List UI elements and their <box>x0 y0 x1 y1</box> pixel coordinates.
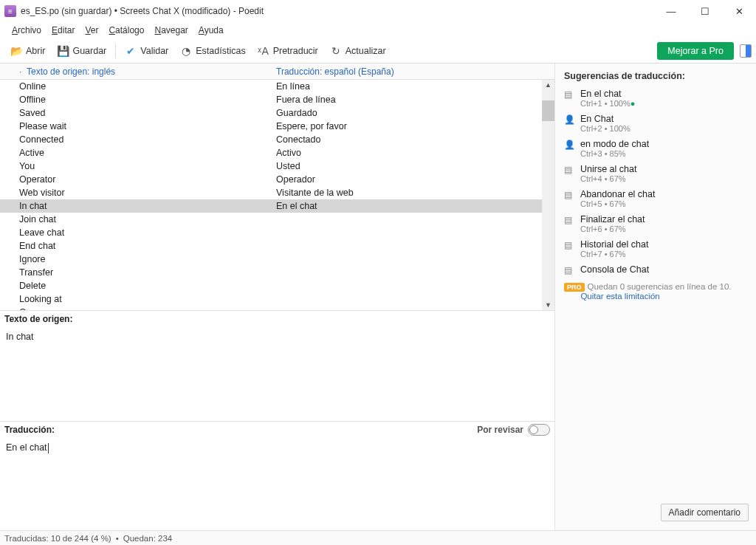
suggestion-meta: Ctrl+3 • 85% <box>580 149 747 158</box>
stats-button[interactable]: ◔ Estadísticas <box>174 42 251 60</box>
row-source: Leave chat <box>0 227 273 238</box>
menu-help[interactable]: Ayuda <box>194 24 228 37</box>
suggestion-item[interactable]: 👤en modo de chatCtrl+3 • 85% <box>560 136 752 161</box>
suggestion-meta: Ctrl+5 • 67% <box>580 199 747 208</box>
validate-button[interactable]: ✔ Validar <box>119 42 174 60</box>
row-source: Delete <box>0 281 273 291</box>
update-label: Actualizar <box>346 46 386 56</box>
suggestion-item[interactable]: ▤Consola de ChatCtrl+8 • 67% <box>560 261 752 276</box>
table-row[interactable]: Transfer <box>0 266 554 279</box>
menu-view[interactable]: Ver <box>80 24 103 37</box>
suggestion-item[interactable]: ▤Historial del chatCtrl+7 • 67% <box>560 236 752 261</box>
table-row[interactable]: Ignore <box>0 253 554 266</box>
table-row[interactable]: YouUsted <box>0 160 554 173</box>
row-source: Ignore <box>0 254 273 264</box>
suggestion-meta: Ctrl+6 • 67% <box>580 224 747 233</box>
suggestion-meta: Ctrl+2 • 100% <box>580 124 747 133</box>
table-row[interactable]: Looking at <box>0 292 554 306</box>
status-remaining: Quedan: 234 <box>123 534 173 543</box>
suggestions-sidebar: Sugerencias de traducción: ▤En el chatCt… <box>555 64 756 530</box>
menu-navigate[interactable]: Navegar <box>150 24 192 37</box>
scroll-thumb[interactable] <box>542 100 554 121</box>
close-button[interactable]: ✕ <box>722 0 756 22</box>
scroll-down-icon[interactable]: ▼ <box>545 300 551 310</box>
save-button[interactable]: 💾 Guardar <box>51 42 112 60</box>
needs-review-label: Por revisar <box>477 425 523 435</box>
suggestion-label: Unirse al chat <box>580 164 747 174</box>
suggestion-label: En Chat <box>580 114 747 124</box>
add-comment-button[interactable]: Añadir comentario <box>661 504 749 521</box>
doc-icon: ▤ <box>564 240 574 250</box>
suggestion-item[interactable]: ▤Unirse al chatCtrl+4 • 67% <box>560 161 752 186</box>
toolbar: 📂 Abrir 💾 Guardar ✔ Validar ◔ Estadístic… <box>0 38 756 64</box>
row-target: Visitante de la web <box>273 188 554 198</box>
suggestion-label: En el chat <box>580 89 747 99</box>
table-row[interactable]: Delete <box>0 279 554 292</box>
table-row[interactable]: OfflineFuera de línea <box>0 93 554 106</box>
user-icon: 👤 <box>564 140 574 150</box>
table-row[interactable]: Join chat <box>0 213 554 226</box>
table-row[interactable]: ActiveActivo <box>0 146 554 160</box>
source-text: In chat <box>0 327 554 421</box>
row-source: You <box>0 161 273 171</box>
window-title: es_ES.po (sin guardar) • Screets Chat X … <box>21 6 264 16</box>
table-row[interactable]: Please waitEspere, por favor <box>0 120 554 133</box>
row-target: Conectado <box>273 134 554 145</box>
table-row[interactable]: In chatEn el chat <box>0 199 554 213</box>
upgrade-pro-button[interactable]: Mejorar a Pro <box>657 42 734 60</box>
needs-review-toggle[interactable] <box>528 424 550 436</box>
status-translated: Traducidas: 10 de 244 (4 %) <box>4 534 111 543</box>
table-row[interactable]: Open <box>0 306 554 310</box>
translation-list[interactable]: OnlineEn líneaOfflineFuera de líneaSaved… <box>0 80 554 310</box>
table-row[interactable]: Leave chat <box>0 226 554 239</box>
maximize-button[interactable]: ☐ <box>688 0 722 22</box>
suggestion-item[interactable]: ▤Abandonar el chatCtrl+5 • 67% <box>560 186 752 211</box>
suggestion-item[interactable]: ▤Finalizar el chatCtrl+6 • 67% <box>560 211 752 236</box>
scrollbar[interactable]: ▲ ▼ <box>542 80 554 310</box>
doc-icon: ▤ <box>564 190 574 200</box>
user-icon: 👤 <box>564 114 574 125</box>
toolbar-separator <box>115 44 116 58</box>
suggestion-item[interactable]: ▤En el chatCtrl+1 • 100%● <box>560 86 752 111</box>
menu-file[interactable]: Archivo <box>7 24 46 37</box>
source-pane: Texto de origen: In chat <box>0 310 554 421</box>
suggestion-label: Abandonar el chat <box>580 189 747 199</box>
scroll-up-icon[interactable]: ▲ <box>545 80 551 90</box>
doc-icon: ▤ <box>564 215 574 225</box>
row-source: Looking at <box>0 294 273 304</box>
pretranslate-label: Pretraducir <box>273 46 318 56</box>
toggle-sidebar-button[interactable] <box>740 44 752 58</box>
open-button[interactable]: 📂 Abrir <box>4 42 51 60</box>
translation-pane-header: Traducción: <box>4 425 55 435</box>
remove-limit-link[interactable]: Quitar esta limitación <box>580 292 659 301</box>
column-source-header[interactable]: · Texto de origen: inglés <box>0 64 273 79</box>
pro-note: Quedan 0 sugerencias en línea de 10. <box>588 282 732 291</box>
table-row[interactable]: OnlineEn línea <box>0 80 554 93</box>
pretranslate-button[interactable]: ᵡA Pretraducir <box>252 42 324 60</box>
pro-badge: PRO <box>564 283 585 292</box>
row-target: En el chat <box>273 201 554 211</box>
table-row[interactable]: End chat <box>0 239 554 253</box>
table-row[interactable]: Web visitorVisitante de la web <box>0 186 554 199</box>
suggestion-item[interactable]: 👤En ChatCtrl+2 • 100% <box>560 111 752 136</box>
main-content: · Texto de origen: inglés Traducción: es… <box>0 64 756 530</box>
row-source: Active <box>0 148 273 158</box>
translation-input[interactable]: En el chat <box>0 438 554 530</box>
menu-catalog[interactable]: Catálogo <box>104 24 148 37</box>
update-button[interactable]: ↻ Actualizar <box>324 42 392 60</box>
column-target-header[interactable]: Traducción: español (España) <box>273 64 554 79</box>
translation-pane: Traducción: Por revisar En el chat <box>0 421 554 530</box>
table-row[interactable]: SavedGuardado <box>0 106 554 120</box>
menu-bar: Archivo Editar Ver Catálogo Navegar Ayud… <box>0 22 756 38</box>
row-source: Connected <box>0 134 273 145</box>
row-source: In chat <box>0 201 273 211</box>
refresh-icon: ↻ <box>330 45 342 57</box>
row-source: Transfer <box>0 267 273 278</box>
doc-icon: ▤ <box>564 165 574 175</box>
menu-edit[interactable]: Editar <box>47 24 79 37</box>
minimize-button[interactable]: — <box>654 0 688 22</box>
table-row[interactable]: OperatorOperador <box>0 173 554 186</box>
row-source: Please wait <box>0 121 273 131</box>
source-pane-header: Texto de origen: <box>0 311 554 327</box>
table-row[interactable]: ConnectedConectado <box>0 133 554 146</box>
